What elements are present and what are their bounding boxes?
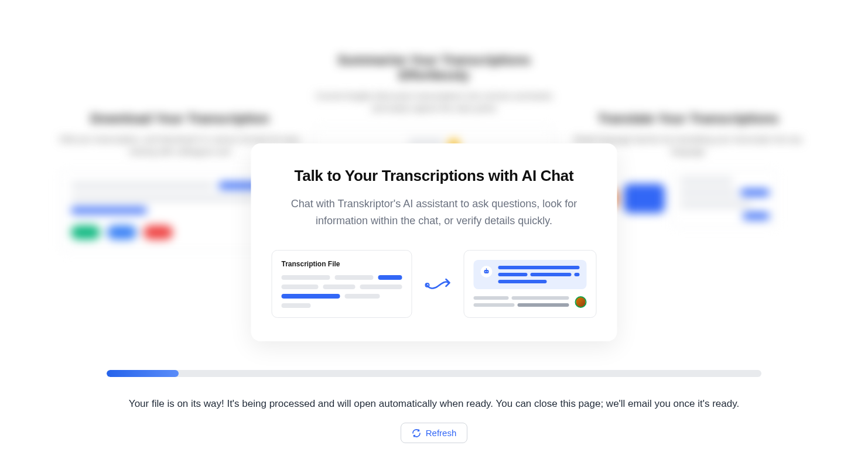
bg-card-description: Convert lengthy discussion transcription…: [313, 90, 555, 115]
bg-card-title: Summarize Your Transcriptions Effortless…: [313, 53, 555, 83]
progress-section: 11% Your file is on its way! It's being …: [107, 370, 761, 443]
transcription-file-card: Transcription File: [272, 250, 412, 318]
refresh-icon: [412, 429, 421, 438]
modal-description: Chat with Transkriptor's AI assistant to…: [272, 196, 597, 229]
progress-message: Your file is on its way! It's being proc…: [107, 398, 761, 410]
user-avatar-icon: [575, 296, 587, 308]
svg-rect-1: [484, 270, 489, 273]
refresh-button-label: Refresh: [426, 428, 457, 438]
ai-message: [474, 260, 587, 289]
progress-fill: [107, 370, 179, 377]
ai-chat-card: [464, 250, 597, 318]
svg-point-2: [485, 271, 486, 272]
svg-point-5: [486, 268, 487, 269]
modal-visual: Transcription File: [272, 250, 597, 318]
feature-modal: Talk to Your Transcriptions with AI Chat…: [251, 143, 617, 341]
bot-icon: [481, 266, 493, 277]
user-message: [474, 296, 587, 308]
bg-card-title: Translate Your Transcriptions: [567, 111, 809, 126]
transcription-file-title: Transcription File: [282, 260, 402, 268]
modal-title: Talk to Your Transcriptions with AI Chat: [272, 167, 597, 185]
bg-card-title: Download Your Transcription: [59, 111, 301, 126]
arrow-icon: [424, 272, 452, 296]
progress-bar: 11%: [107, 370, 761, 377]
refresh-button[interactable]: Refresh: [401, 423, 468, 443]
svg-point-3: [487, 271, 488, 272]
